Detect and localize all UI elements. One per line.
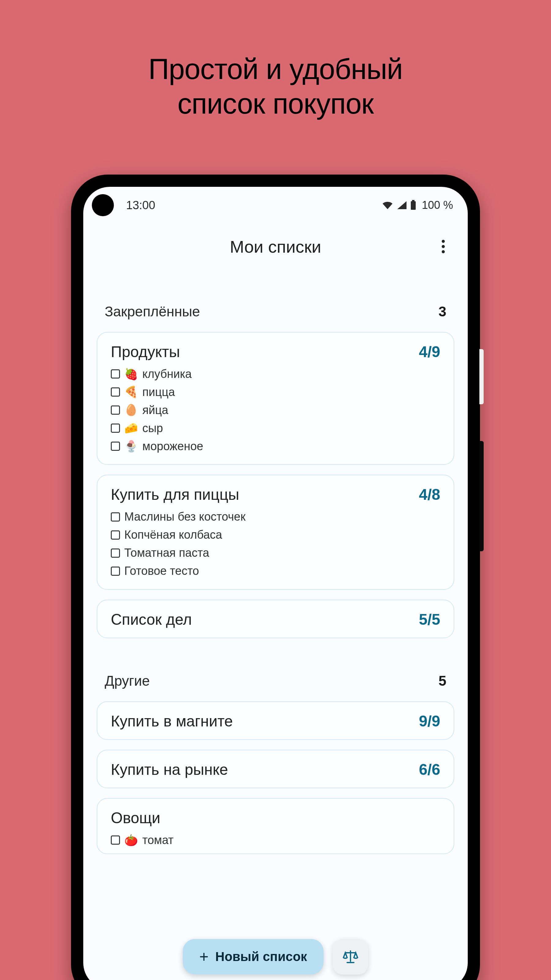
section-header-pinned: Закреплённые 3 <box>97 269 454 332</box>
status-time: 13:00 <box>126 199 155 212</box>
card-counter: 6/6 <box>419 761 440 778</box>
checkbox-icon <box>111 530 120 539</box>
list-item: 🍓клубника <box>111 365 440 383</box>
list-card-todo[interactable]: Список дел 5/5 <box>97 600 454 638</box>
section-count: 3 <box>438 303 446 320</box>
app-bar: Мои списки <box>83 224 468 269</box>
status-bar: 13:00 100 % <box>83 187 468 224</box>
emoji-icon: 🍨 <box>124 438 138 455</box>
phone-mockup: 13:00 100 % Мои списки <box>71 175 480 980</box>
wifi-icon <box>381 200 394 210</box>
list-item: 🍅томат <box>111 831 440 849</box>
list-item: Копчёная колбаса <box>111 526 440 544</box>
more-menu-button[interactable] <box>434 237 453 256</box>
list-card-magnit[interactable]: Купить в магните 9/9 <box>97 701 454 740</box>
phone-side-button <box>480 441 484 551</box>
checkbox-icon <box>111 387 120 396</box>
scale-icon <box>342 948 359 965</box>
svg-rect-1 <box>411 201 416 210</box>
svg-point-4 <box>442 250 445 253</box>
svg-point-2 <box>442 240 445 243</box>
svg-point-3 <box>442 245 445 248</box>
card-title: Купить для пиццы <box>111 486 240 503</box>
emoji-icon: 🍕 <box>124 383 138 401</box>
card-title: Купить в магните <box>111 712 233 730</box>
battery-icon <box>410 200 416 210</box>
list-item: 🍨мороженое <box>111 438 440 455</box>
emoji-icon: 🍅 <box>124 832 138 849</box>
card-counter: 5/5 <box>419 611 440 628</box>
section-count: 5 <box>438 673 446 689</box>
checkbox-icon <box>111 835 120 845</box>
new-list-label: Новый список <box>215 950 307 964</box>
section-header-other: Другие 5 <box>97 648 454 701</box>
list-card-pizza[interactable]: Купить для пиццы 4/8 Маслины без косточе… <box>97 475 454 590</box>
list-card-products[interactable]: Продукты 4/9 🍓клубника 🍕пицца 🥚яйца 🧀сыр… <box>97 332 454 465</box>
page-title: Мои списки <box>230 237 321 257</box>
checkbox-icon <box>111 423 120 433</box>
card-title: Список дел <box>111 611 192 628</box>
checkbox-icon <box>111 406 120 415</box>
phone-side-button <box>480 349 484 404</box>
card-counter: 4/8 <box>419 486 440 503</box>
list-item: 🍕пицца <box>111 383 440 401</box>
list-item: Маслины без косточек <box>111 508 440 526</box>
checkbox-icon <box>111 566 120 576</box>
list-item: 🥚яйца <box>111 401 440 419</box>
card-counter: 4/9 <box>419 343 440 361</box>
checkbox-icon <box>111 369 120 379</box>
list-card-veg[interactable]: Овощи 🍅томат <box>97 798 454 854</box>
card-title: Продукты <box>111 343 180 361</box>
checkbox-icon <box>111 442 120 451</box>
balance-button[interactable] <box>333 939 368 975</box>
checkbox-icon <box>111 549 120 558</box>
cellular-icon <box>397 200 407 210</box>
card-title: Овощи <box>111 809 160 827</box>
list-card-market[interactable]: Купить на рынке 6/6 <box>97 750 454 788</box>
card-counter: 9/9 <box>419 712 440 730</box>
list-item: Томатная паста <box>111 544 440 562</box>
section-title: Закреплённые <box>105 303 200 320</box>
promo-headline: Простой и удобный список покупок <box>0 0 551 121</box>
camera-cutout <box>92 194 114 216</box>
svg-rect-0 <box>412 200 414 201</box>
emoji-icon: 🥚 <box>124 401 138 418</box>
section-title: Другие <box>105 673 150 689</box>
checkbox-icon <box>111 512 120 522</box>
card-title: Купить на рынке <box>111 761 228 778</box>
list-item: Готовое тесто <box>111 562 440 580</box>
emoji-icon: 🧀 <box>124 420 138 437</box>
more-vertical-icon <box>442 240 445 253</box>
new-list-button[interactable]: + Новый список <box>183 939 324 975</box>
battery-text: 100 % <box>422 199 453 212</box>
emoji-icon: 🍓 <box>124 366 138 383</box>
list-item: 🧀сыр <box>111 419 440 438</box>
